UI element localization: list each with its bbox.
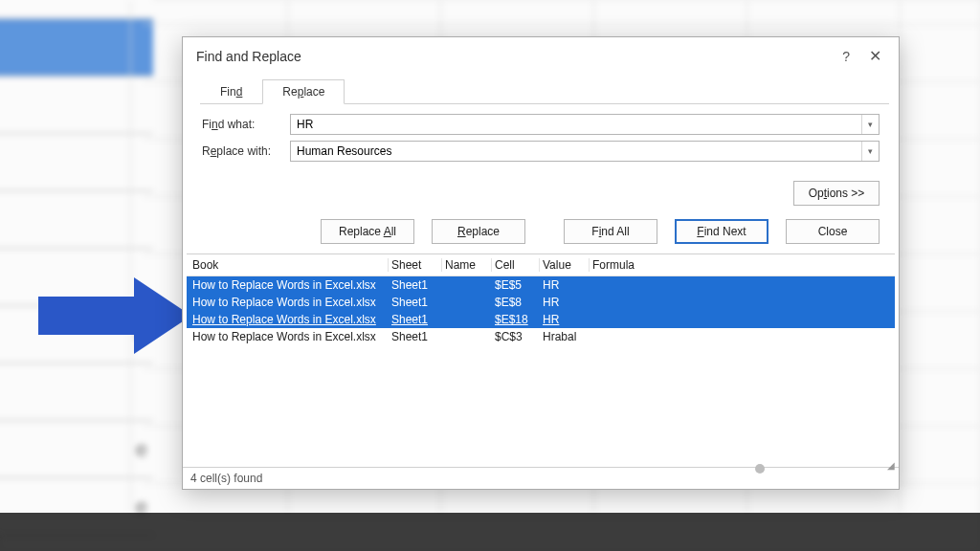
cell-sheet: Sheet1 xyxy=(389,313,442,326)
cell-value: HR xyxy=(540,313,590,326)
options-button[interactable]: Options >> xyxy=(793,181,880,206)
close-button[interactable]: Close xyxy=(786,219,880,244)
col-formula[interactable]: Formula xyxy=(590,258,892,272)
help-button[interactable]: ? xyxy=(833,45,859,68)
replace-with-label: Replace with: xyxy=(202,144,290,158)
results-body[interactable]: How to Replace Words in Excel.xlsxSheet1… xyxy=(187,276,895,467)
dialog-titlebar[interactable]: Find and Replace ? ✕ xyxy=(183,37,899,75)
cell-book: How to Replace Words in Excel.xlsx xyxy=(189,296,389,309)
dialog-title: Find and Replace xyxy=(196,49,301,64)
find-dropdown-icon[interactable]: ▾ xyxy=(861,115,879,134)
col-value[interactable]: Value xyxy=(540,258,590,272)
col-name[interactable]: Name xyxy=(442,258,492,272)
cell-value: HR xyxy=(540,278,590,292)
cell-sheet: Sheet1 xyxy=(389,330,442,343)
taskbar xyxy=(0,513,980,551)
col-book[interactable]: Book xyxy=(189,258,389,272)
results-row[interactable]: How to Replace Words in Excel.xlsxSheet1… xyxy=(187,294,895,311)
find-next-button[interactable]: Find Next xyxy=(675,219,768,244)
col-cell[interactable]: Cell xyxy=(492,258,540,272)
results-area: Book Sheet Name Cell Value Formula How t… xyxy=(187,253,895,467)
close-icon[interactable]: ✕ xyxy=(859,43,891,69)
find-replace-dialog: Find and Replace ? ✕ Find Replace Find w… xyxy=(182,36,900,490)
cell-cell: $C$3 xyxy=(492,330,540,343)
replace-with-input[interactable] xyxy=(291,142,861,161)
tabs: Find Replace xyxy=(200,78,889,104)
replace-dropdown-icon[interactable]: ▾ xyxy=(861,142,879,161)
cell-cell: $E$18 xyxy=(492,313,540,326)
cell-cell: $E$8 xyxy=(492,296,540,309)
col-sheet[interactable]: Sheet xyxy=(389,258,442,272)
cell-book: How to Replace Words in Excel.xlsx xyxy=(189,330,389,343)
replace-with-combo: ▾ xyxy=(290,141,880,162)
form-area: Find what: ▾ Replace with: ▾ xyxy=(183,104,899,173)
status-bar: 4 cell(s) found xyxy=(183,467,899,489)
cell-book: How to Replace Words in Excel.xlsx xyxy=(189,313,389,326)
tab-find[interactable]: Find xyxy=(200,79,262,104)
replace-all-button[interactable]: Replace All xyxy=(321,219,414,244)
cell-value: HR xyxy=(540,296,590,309)
find-all-button[interactable]: Find All xyxy=(564,219,657,244)
cell-sheet: Sheet1 xyxy=(389,278,442,292)
find-what-input[interactable] xyxy=(291,115,861,134)
tab-replace[interactable]: Replace xyxy=(262,79,345,104)
replace-button[interactable]: Replace xyxy=(432,219,525,244)
cell-sheet: Sheet1 xyxy=(389,296,442,309)
cell-value: Hrabal xyxy=(540,330,590,343)
scroll-indicator xyxy=(755,464,765,474)
results-row[interactable]: How to Replace Words in Excel.xlsxSheet1… xyxy=(187,311,895,328)
dialog-buttons: Replace All Replace Find All Find Next C… xyxy=(183,209,899,253)
find-what-label: Find what: xyxy=(202,118,290,131)
find-what-combo: ▾ xyxy=(290,114,880,135)
cell-book: How to Replace Words in Excel.xlsx xyxy=(189,278,389,292)
results-row[interactable]: How to Replace Words in Excel.xlsxSheet1… xyxy=(187,276,895,294)
results-row[interactable]: How to Replace Words in Excel.xlsxSheet1… xyxy=(187,328,895,345)
results-header[interactable]: Book Sheet Name Cell Value Formula xyxy=(187,254,895,276)
cell-cell: $E$5 xyxy=(492,278,540,292)
